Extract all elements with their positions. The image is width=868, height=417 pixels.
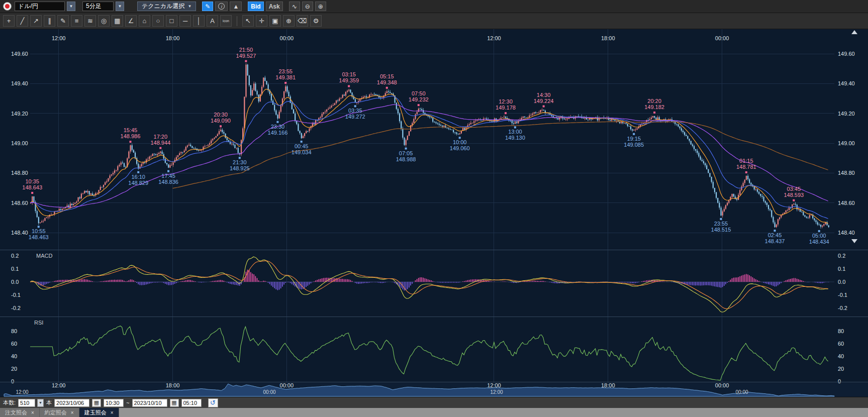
candle-body <box>530 115 531 116</box>
select-tool[interactable]: ↖ <box>242 15 254 27</box>
candle-body <box>108 178 109 181</box>
hand-tool[interactable]: ✛ <box>256 15 267 27</box>
candle-body <box>62 209 63 211</box>
zoom-in-button[interactable]: ⊕ <box>315 2 326 11</box>
macd-axis-label-left: -0.1 <box>11 292 21 298</box>
candle-body <box>214 138 215 139</box>
fib-fan-tool[interactable]: ≋ <box>84 15 96 27</box>
candle-body <box>102 187 103 187</box>
candle-body <box>211 140 212 143</box>
zoom-out-button[interactable]: ⊖ <box>302 2 313 11</box>
copy-object-tool[interactable]: ▣ <box>269 15 281 27</box>
candle-body <box>698 153 699 156</box>
channel-tool[interactable]: ∥ <box>44 15 55 27</box>
fib-retracement-tool[interactable]: ≡ <box>71 15 82 27</box>
candle-body <box>564 119 565 120</box>
candle-body <box>190 145 191 146</box>
magnifier-tool[interactable]: ⊕ <box>283 15 295 27</box>
peak-marker <box>129 141 131 143</box>
candle-body <box>819 225 820 225</box>
candle-body <box>618 121 619 122</box>
chart-canvas[interactable]: 149.60149.60149.40149.40149.20149.20149.… <box>0 0 868 417</box>
panel-tab-position-inquiry[interactable]: 建玉照会× <box>79 408 119 417</box>
candle-body <box>633 130 634 131</box>
time-from-input[interactable] <box>104 399 124 407</box>
candle-body <box>315 120 316 125</box>
bar-count-input[interactable] <box>18 399 35 407</box>
ray-line-tool[interactable]: ↗ <box>30 15 42 27</box>
candle-body <box>128 152 129 158</box>
candle-body <box>208 145 209 146</box>
close-icon[interactable]: × <box>31 410 34 415</box>
draw-mode-button[interactable]: ✎ <box>202 2 213 11</box>
panel-tab-order-inquiry[interactable]: 注文照会× <box>0 408 40 417</box>
trendline-tool[interactable]: ╱ <box>17 15 28 27</box>
text-tool[interactable]: A <box>207 15 218 27</box>
time-axis-label-top: 12:00 <box>52 35 66 41</box>
date-to-input[interactable] <box>132 399 167 407</box>
candle-body <box>220 130 221 131</box>
rsi-axis-label-right: 0 <box>838 378 841 384</box>
pencil-tool[interactable]: ✎ <box>57 15 69 27</box>
bar-count-dropdown-button[interactable]: ▼ <box>37 399 44 407</box>
currency-pair-dropdown-button[interactable]: ▼ <box>67 2 75 11</box>
candle-body <box>458 134 459 135</box>
annotation-price: 149.527 <box>236 53 256 59</box>
panel-tab-execution-inquiry[interactable]: 約定照会× <box>40 408 79 417</box>
date-from-calendar-button[interactable]: ▦ <box>92 399 101 407</box>
candle-body <box>188 145 189 146</box>
polygon-tool[interactable]: ⌂ <box>139 15 150 27</box>
annotation-time: 03:15 <box>342 71 356 77</box>
timeframe-dropdown-button[interactable]: ▼ <box>116 2 124 11</box>
candle-body <box>105 182 106 185</box>
currency-pair-select[interactable]: ドル/円 <box>15 2 65 11</box>
candle-body <box>187 146 188 147</box>
candle-body <box>703 161 704 163</box>
candle-body <box>716 192 717 197</box>
object-settings-tool[interactable]: ⚙ <box>310 15 322 27</box>
bid-toggle-button[interactable]: Bid <box>248 2 263 11</box>
macd-axis-label-left: 0.1 <box>11 266 19 272</box>
reset-range-button[interactable]: ↺ <box>208 398 218 407</box>
icon-stamp-tool[interactable]: icon <box>220 15 232 27</box>
candle-body <box>713 182 714 188</box>
top-toolbar: ドル/円 ▼ 5分足 ▼ テクニカル選択 ▼ ✎ i ▲ Bid Ask ∿ ⊖… <box>0 0 868 13</box>
candle-body <box>714 188 715 192</box>
price-axis-label-right: 148.40 <box>838 230 855 236</box>
date-to-calendar-button[interactable]: ▦ <box>170 399 179 407</box>
time-axis-label-top: 18:00 <box>166 35 180 41</box>
candle-body <box>557 118 558 120</box>
annotation-price: 149.130 <box>505 135 525 141</box>
gann-grid-tool[interactable]: ▦ <box>112 15 123 27</box>
info-button[interactable]: i <box>215 2 228 11</box>
crosshair-tool[interactable]: + <box>3 15 15 27</box>
candle-body <box>303 136 304 138</box>
price-axis-label-right: 149.00 <box>838 140 855 146</box>
candle-body <box>146 159 147 162</box>
candle-body <box>283 91 284 98</box>
technical-select-button[interactable]: テクニカル選択 ▼ <box>137 2 196 11</box>
timeframe-select[interactable]: 5分足 <box>82 2 114 11</box>
ask-toggle-button[interactable]: Ask <box>266 2 283 11</box>
line-chart-button[interactable]: ∿ <box>289 2 300 11</box>
candle-body <box>304 133 305 136</box>
time-to-input[interactable] <box>181 399 202 407</box>
fib-arc-tool[interactable]: ◎ <box>98 15 110 27</box>
close-icon[interactable]: × <box>71 410 74 415</box>
rectangle-tool[interactable]: □ <box>166 15 177 27</box>
candle-body <box>632 129 633 130</box>
close-icon[interactable]: × <box>111 410 114 415</box>
candle-body <box>760 194 761 196</box>
vertical-line-tool[interactable]: │ <box>193 15 205 27</box>
chevron-down-icon: ▼ <box>69 4 73 9</box>
ellipse-tool[interactable]: ○ <box>152 15 164 27</box>
date-from-input[interactable] <box>54 399 89 407</box>
chart-style-button[interactable]: ▲ <box>230 2 242 11</box>
candle-body <box>695 149 696 151</box>
eraser-tool[interactable]: ⌫ <box>297 15 308 27</box>
horizontal-line-tool[interactable]: ─ <box>179 15 191 27</box>
candle-body <box>374 94 375 94</box>
macd-axis-label-right: 0.2 <box>838 253 845 259</box>
candle-body <box>469 124 470 125</box>
angle-line-tool[interactable]: ∠ <box>125 15 137 27</box>
